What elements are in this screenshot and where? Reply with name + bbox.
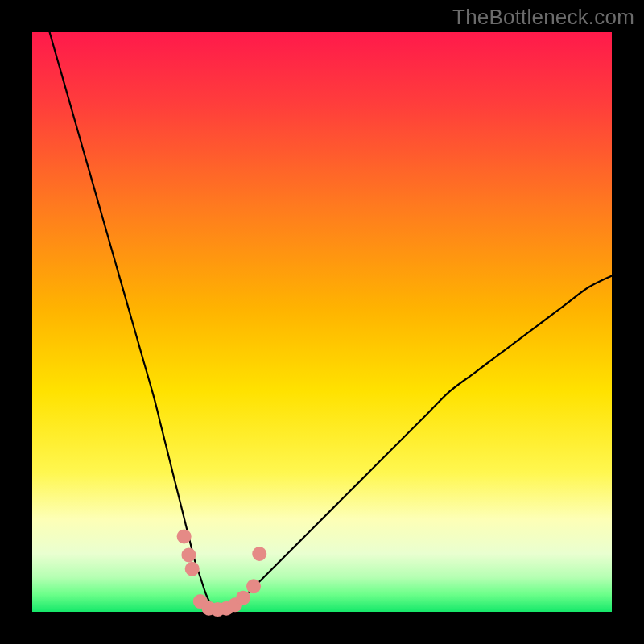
marker-dot bbox=[246, 579, 261, 593]
bottleneck-curve bbox=[50, 32, 612, 613]
watermark-text: TheBottleneck.com bbox=[452, 5, 634, 30]
marker-dot bbox=[252, 547, 266, 561]
chart-svg bbox=[32, 32, 612, 612]
marker-dot bbox=[185, 562, 200, 576]
chart-frame: TheBottleneck.com bbox=[0, 0, 644, 644]
marker-dot bbox=[177, 529, 192, 543]
marker-dot bbox=[181, 547, 196, 562]
marker-dot bbox=[236, 591, 250, 605]
